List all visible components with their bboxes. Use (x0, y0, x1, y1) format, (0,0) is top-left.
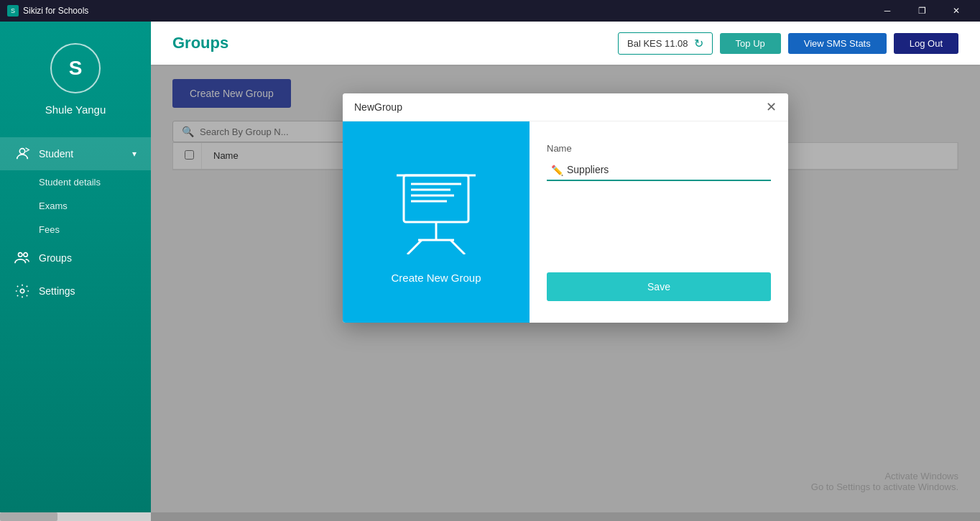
name-label: Name (547, 143, 771, 154)
svg-point-1 (19, 253, 23, 257)
close-button[interactable]: ✕ (940, 0, 973, 22)
modal-header: NewGroup ✕ (343, 93, 788, 121)
groups-icon (14, 250, 30, 266)
sidebar-item-exams[interactable]: Exams (39, 194, 151, 218)
sidebar-item-student-details[interactable]: Student details (39, 170, 151, 194)
sidebar-sub-student: Student details Exams Fees (0, 170, 151, 241)
app-layout: S Shule Yangu Student ▾ Student details … (0, 22, 980, 521)
sidebar-item-fees[interactable]: Fees (39, 218, 151, 241)
student-icon (14, 146, 30, 162)
create-group-illustration (393, 161, 479, 257)
titlebar-controls: ─ ❐ ✕ (871, 0, 973, 22)
header: Groups Bal KES 11.08 ↻ Top Up View SMS S… (151, 22, 980, 65)
modal-overlay: NewGroup ✕ (151, 65, 980, 521)
sidebar-nav: Student ▾ Student details Exams Fees (0, 137, 151, 308)
sidebar-item-student[interactable]: Student ▾ (0, 137, 151, 170)
chevron-down-icon: ▾ (132, 149, 137, 159)
svg-point-0 (19, 149, 24, 154)
balance-label: Bal KES 11.08 (627, 38, 688, 49)
sidebar-item-groups[interactable]: Groups (0, 241, 151, 275)
username-label: Shule Yangu (45, 103, 106, 116)
page-title: Groups (172, 34, 228, 52)
maximize-button[interactable]: ❐ (905, 0, 938, 22)
view-sms-stats-button[interactable]: View SMS Stats (788, 33, 887, 54)
avatar: S (50, 43, 101, 93)
name-input[interactable] (547, 160, 771, 181)
sidebar-groups-label: Groups (39, 252, 72, 264)
settings-icon (14, 283, 30, 299)
modal-right-panel: Name ✏️ Save (530, 121, 788, 323)
sidebar-settings-label: Settings (39, 285, 75, 297)
app-icon: S (7, 5, 19, 17)
name-input-wrapper: ✏️ (547, 160, 771, 181)
new-group-modal: NewGroup ✕ (343, 93, 788, 323)
save-button[interactable]: Save (547, 272, 771, 301)
main-content: Groups Bal KES 11.08 ↻ Top Up View SMS S… (151, 22, 980, 521)
log-out-button[interactable]: Log Out (894, 33, 958, 54)
whiteboard-icon (393, 161, 479, 254)
sidebar-item-settings[interactable]: Settings (0, 275, 151, 308)
scrollbar-thumb[interactable] (0, 512, 57, 521)
svg-point-3 (20, 289, 24, 293)
svg-line-12 (450, 240, 465, 254)
modal-body: Create New Group Name ✏️ (343, 121, 788, 323)
titlebar-left: S Sikizi for Schools (7, 5, 88, 17)
header-right: Bal KES 11.08 ↻ Top Up View SMS Stats Lo… (618, 32, 958, 55)
minimize-button[interactable]: ─ (871, 0, 904, 22)
content-area: Create New Group 🔍 Name (151, 65, 980, 521)
refresh-icon[interactable]: ↻ (694, 37, 703, 50)
sidebar: S Shule Yangu Student ▾ Student details … (0, 22, 151, 521)
app-name: Sikizi for Schools (23, 6, 88, 16)
sidebar-student-label: Student (39, 148, 73, 160)
name-form-group: Name ✏️ (547, 143, 771, 181)
svg-point-2 (24, 253, 28, 257)
modal-left-panel: Create New Group (343, 121, 530, 323)
top-up-button[interactable]: Top Up (720, 33, 781, 54)
edit-icon: ✏️ (551, 165, 563, 176)
modal-close-button[interactable]: ✕ (766, 101, 777, 114)
balance-box: Bal KES 11.08 ↻ (618, 32, 713, 55)
titlebar: S Sikizi for Schools ─ ❐ ✕ (0, 0, 980, 22)
svg-rect-4 (404, 175, 468, 222)
modal-title: NewGroup (354, 101, 402, 113)
svg-line-11 (407, 240, 422, 254)
modal-left-label: Create New Group (391, 272, 481, 284)
